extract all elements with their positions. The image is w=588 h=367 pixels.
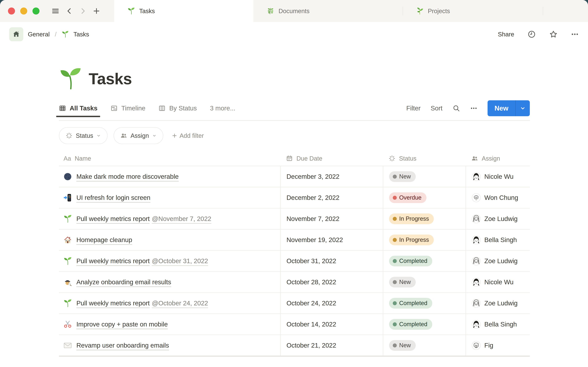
view-tab-timeline[interactable]: Timeline (111, 105, 145, 112)
due-date-cell[interactable]: November 7, 2022 (280, 209, 383, 229)
status-badge[interactable]: New (389, 340, 416, 351)
new-button[interactable]: New (488, 100, 515, 116)
status-cell[interactable]: In Progress (383, 209, 466, 229)
name-cell[interactable]: Pull weekly metrics report@October 24, 2… (59, 293, 280, 314)
table-row[interactable]: UI refresh for login screen December 2, … (59, 187, 530, 209)
name-cell[interactable]: Pull weekly metrics report@October 31, 2… (59, 251, 280, 271)
name-cell[interactable]: Analyze onboarding email results (59, 272, 280, 292)
table-row[interactable]: Pull weekly metrics report@October 24, 2… (59, 293, 530, 314)
filter-button[interactable]: Filter (406, 105, 421, 112)
name-cell[interactable]: Homepage cleanup (59, 230, 280, 250)
status-badge[interactable]: In Progress (389, 234, 434, 245)
favorite-star-icon[interactable] (549, 30, 558, 39)
assign-cell[interactable]: Nicole Wu (466, 166, 530, 187)
task-link[interactable]: Pull weekly metrics report@November 7, 2… (76, 215, 211, 223)
view-tab-by-status[interactable]: By Status (158, 105, 197, 112)
status-badge[interactable]: Completed (389, 298, 432, 309)
history-icon[interactable] (527, 30, 536, 39)
assign-cell[interactable]: Zoe Ludwig (466, 251, 530, 271)
column-header-assign[interactable]: Assign (466, 151, 530, 166)
back-icon[interactable] (66, 8, 73, 15)
due-date-cell[interactable]: December 2, 2022 (280, 187, 383, 208)
table-row[interactable]: Pull weekly metrics report@November 7, 2… (59, 209, 530, 230)
task-link[interactable]: Analyze onboarding email results (76, 278, 171, 286)
task-emoji-icon (64, 320, 72, 328)
status-badge[interactable]: Completed (389, 319, 432, 330)
name-cell[interactable]: Improve copy + paste on mobile (59, 314, 280, 334)
task-link[interactable]: Make dark mode more discoverable (76, 173, 179, 180)
column-header-name[interactable]: Aa Name (59, 151, 280, 166)
status-filter-chip[interactable]: Status (59, 127, 107, 144)
share-button[interactable]: Share (498, 31, 514, 38)
task-link[interactable]: UI refresh for login screen (76, 194, 150, 201)
home-chip[interactable] (9, 27, 23, 41)
due-date-cell[interactable]: November 19, 2022 (280, 230, 383, 250)
due-date-cell[interactable]: October 28, 2022 (280, 272, 383, 292)
assign-cell[interactable]: Zoe Ludwig (466, 293, 530, 314)
assign-cell[interactable]: Fig (466, 335, 530, 356)
page-title[interactable]: Tasks (89, 70, 132, 88)
page-icon-seedling[interactable] (59, 67, 82, 90)
due-date-cell[interactable]: October 31, 2022 (280, 251, 383, 271)
tab-documents[interactable]: Documents (253, 0, 403, 22)
view-options-icon[interactable] (470, 105, 477, 112)
forward-icon[interactable] (79, 8, 86, 15)
task-link[interactable]: Revamp user onboarding emails (76, 342, 169, 349)
table-row[interactable]: Homepage cleanup November 19, 2022 In Pr… (59, 230, 530, 251)
status-cell[interactable]: Completed (383, 293, 466, 314)
status-badge[interactable]: Overdue (389, 192, 426, 203)
assign-cell[interactable]: Zoe Ludwig (466, 209, 530, 229)
assign-cell[interactable]: Nicole Wu (466, 272, 530, 292)
name-cell[interactable]: Make dark mode more discoverable (59, 166, 280, 187)
task-link[interactable]: Pull weekly metrics report@October 24, 2… (76, 300, 208, 307)
status-cell[interactable]: New (383, 335, 466, 356)
task-link[interactable]: Pull weekly metrics report@October 31, 2… (76, 257, 208, 265)
minimize-button[interactable] (20, 8, 27, 15)
due-date-cell[interactable]: October 14, 2022 (280, 314, 383, 334)
status-cell[interactable]: Completed (383, 251, 466, 271)
table-row[interactable]: Revamp user onboarding emails October 21… (59, 335, 530, 357)
due-date-cell[interactable]: December 3, 2022 (280, 166, 383, 187)
table-row[interactable]: Improve copy + paste on mobile October 1… (59, 314, 530, 335)
assign-cell[interactable]: Bella Singh (466, 230, 530, 250)
status-badge[interactable]: In Progress (389, 213, 434, 224)
assign-filter-chip[interactable]: Assign (114, 127, 163, 144)
due-date-cell[interactable]: October 21, 2022 (280, 335, 383, 356)
new-tab-icon[interactable] (93, 7, 100, 15)
more-views-button[interactable]: 3 more... (210, 105, 235, 112)
status-badge[interactable]: New (389, 171, 416, 182)
new-dropdown-button[interactable] (515, 100, 530, 116)
tab-projects[interactable]: Projects (403, 0, 543, 22)
table-row[interactable]: Analyze onboarding email results October… (59, 272, 530, 293)
column-header-due-date[interactable]: Due Date (280, 151, 383, 166)
menu-icon[interactable] (52, 7, 60, 15)
add-filter-button[interactable]: + Add filter (172, 132, 204, 140)
assign-cell[interactable]: Bella Singh (466, 314, 530, 334)
status-badge[interactable]: New (389, 277, 416, 287)
name-cell[interactable]: Revamp user onboarding emails (59, 335, 280, 356)
breadcrumb-root[interactable]: General (28, 31, 50, 38)
status-cell[interactable]: In Progress (383, 230, 466, 250)
name-cell[interactable]: Pull weekly metrics report@November 7, 2… (59, 209, 280, 229)
tab-tasks[interactable]: Tasks (114, 0, 253, 22)
assign-cell[interactable]: Won Chung (466, 187, 530, 208)
status-cell[interactable]: New (383, 166, 466, 187)
search-icon[interactable] (453, 105, 460, 112)
more-options-icon[interactable] (571, 30, 579, 38)
column-header-status[interactable]: Status (383, 151, 466, 166)
sort-button[interactable]: Sort (431, 105, 442, 112)
task-link[interactable]: Homepage cleanup (76, 236, 132, 244)
name-cell[interactable]: UI refresh for login screen (59, 187, 280, 208)
breadcrumb-current[interactable]: Tasks (73, 31, 89, 38)
close-button[interactable] (8, 8, 15, 15)
due-date-cell[interactable]: October 24, 2022 (280, 293, 383, 314)
status-cell[interactable]: Overdue (383, 187, 466, 208)
status-cell[interactable]: New (383, 272, 466, 292)
status-badge[interactable]: Completed (389, 256, 432, 266)
table-row[interactable]: Pull weekly metrics report@October 31, 2… (59, 251, 530, 272)
table-row[interactable]: Make dark mode more discoverable Decembe… (59, 166, 530, 187)
zoom-button[interactable] (33, 8, 40, 15)
view-tab-all-tasks[interactable]: All Tasks (59, 105, 97, 112)
status-cell[interactable]: Completed (383, 314, 466, 334)
task-link[interactable]: Improve copy + paste on mobile (76, 321, 168, 328)
